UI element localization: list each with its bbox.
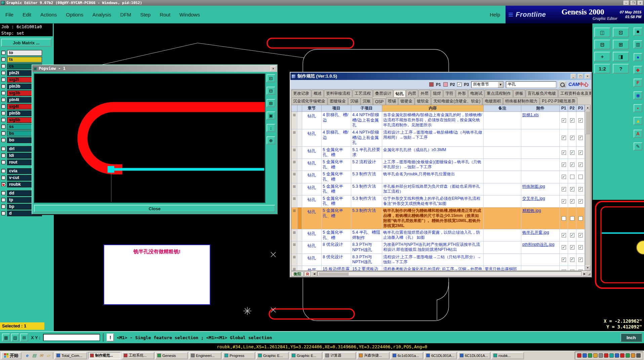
layer-visibility-checkbox[interactable] bbox=[1, 84, 5, 88]
p1-filter-checkbox[interactable] bbox=[429, 82, 434, 87]
p-checkbox[interactable]: ✓ bbox=[578, 163, 583, 167]
spec-tab[interactable]: 拼板 bbox=[513, 90, 525, 97]
attachment-link[interactable]: 铣半孔开窗.jpg bbox=[522, 230, 549, 235]
tray-icon[interactable] bbox=[604, 353, 608, 358]
dual-screen-icon[interactable]: ◨ bbox=[613, 52, 629, 61]
zoom-in-icon[interactable]: ⊞ bbox=[267, 99, 275, 107]
p3-filter-checkbox[interactable]: ✓ bbox=[457, 82, 461, 87]
p-checkbox[interactable]: ✓ bbox=[578, 199, 583, 204]
spec-close-button[interactable]: × bbox=[585, 74, 590, 79]
sheet-tab[interactable]: 衡阳 bbox=[291, 271, 304, 276]
attachment-link[interactable]: 交叉半孔.jpg bbox=[522, 196, 545, 201]
grid-icon[interactable]: ▥ bbox=[634, 40, 642, 48]
mail-icon[interactable]: ✉ bbox=[38, 353, 44, 359]
p-checkbox[interactable]: ✓ bbox=[570, 258, 574, 262]
help-button[interactable]: ? bbox=[613, 64, 629, 74]
layer-visibility-checkbox[interactable] bbox=[1, 118, 5, 122]
screen-add-icon[interactable]: ⊞ bbox=[613, 40, 629, 49]
p-checkbox[interactable]: ✓ bbox=[578, 233, 583, 237]
taskbar-task[interactable]: Engineeri... bbox=[189, 352, 222, 359]
job-matrix-button[interactable]: Job Matrix ... bbox=[1, 39, 51, 47]
row-expand-icon[interactable]: ⊞ bbox=[291, 195, 297, 208]
row-expand-icon[interactable]: ⊞ bbox=[291, 208, 297, 229]
layer-visibility-checkbox[interactable] bbox=[1, 51, 5, 55]
taskbar-task[interactable]: Progress bbox=[223, 352, 255, 359]
p-checkbox[interactable]: ✓ bbox=[562, 199, 566, 204]
tray-icon[interactable] bbox=[631, 353, 635, 358]
spec-tab[interactable]: 沉银 bbox=[361, 97, 373, 105]
row-expand-icon[interactable]: ⊞ bbox=[291, 229, 297, 241]
copy-view-icon[interactable]: ◫ bbox=[594, 28, 610, 37]
taskbar-task[interactable]: Total_Com... bbox=[54, 352, 87, 359]
blue-dot-icon[interactable]: ● bbox=[634, 53, 642, 61]
row-expand-icon[interactable]: ⊞ bbox=[291, 183, 297, 195]
column-header[interactable] bbox=[291, 105, 297, 112]
chevron-down-icon[interactable]: ▼ bbox=[498, 82, 503, 88]
p-checkbox[interactable]: ✓ bbox=[578, 136, 583, 140]
screen-previous-icon[interactable]: ⊟ bbox=[594, 40, 610, 49]
menu-step[interactable]: Step bbox=[140, 12, 151, 17]
layer-chip[interactable]: to bbox=[7, 50, 42, 56]
layer-visibility-checkbox[interactable] bbox=[1, 198, 5, 202]
ie-icon[interactable]: e bbox=[24, 353, 30, 359]
menu-help[interactable]: Help bbox=[490, 12, 500, 17]
p-checkbox[interactable]: ✓ bbox=[578, 118, 583, 123]
p-checkbox[interactable] bbox=[570, 175, 574, 179]
screen-icon[interactable]: ⊡ bbox=[613, 28, 629, 37]
layer-visibility-checkbox[interactable] bbox=[1, 131, 5, 135]
column-header[interactable]: 附件 bbox=[521, 105, 560, 112]
spec-maximize-button[interactable]: □ bbox=[578, 74, 583, 79]
folder-icon[interactable]: ▱ bbox=[45, 353, 51, 359]
tray-icon[interactable] bbox=[582, 353, 587, 358]
search-icon[interactable] bbox=[559, 81, 566, 88]
taskbar-task[interactable]: 6C1DL001A... bbox=[458, 352, 490, 359]
p-checkbox[interactable]: ✓ bbox=[562, 150, 566, 155]
taskbar-task[interactable]: 6C1DL001A... bbox=[424, 352, 457, 359]
row-expand-icon[interactable]: ⊞ bbox=[291, 254, 297, 266]
spec-tab[interactable]: 喷锡 bbox=[386, 97, 398, 105]
p-checkbox[interactable]: ✓ bbox=[570, 233, 574, 237]
spec-tab[interactable]: 镀硬金 bbox=[398, 97, 414, 105]
close-button[interactable]: × bbox=[638, 1, 643, 5]
taskbar-task[interactable]: 制作规范... bbox=[88, 352, 121, 359]
menu-options[interactable]: Options bbox=[66, 12, 83, 17]
menu-analysis[interactable]: Analysis bbox=[92, 12, 111, 17]
spec-tab[interactable]: 重点流程制作 bbox=[485, 90, 513, 97]
scrollbar-thumb[interactable] bbox=[586, 111, 590, 134]
origin-icon[interactable]: ⊞ bbox=[20, 333, 28, 342]
spec-tab[interactable]: 特殊板材制作能力 bbox=[503, 97, 539, 105]
p-checkbox[interactable]: ✓ bbox=[578, 258, 583, 262]
p2-filter-checkbox[interactable] bbox=[443, 82, 448, 87]
column-header[interactable]: 项目 bbox=[322, 105, 351, 112]
spec-tab[interactable]: OSP bbox=[373, 98, 386, 105]
spec-tab[interactable]: 概述 bbox=[312, 90, 324, 97]
layer-visibility-checkbox[interactable] bbox=[1, 91, 5, 95]
red-diamond-icon[interactable]: ◆ bbox=[634, 66, 642, 74]
layer-visibility-checkbox[interactable] bbox=[1, 71, 5, 75]
red-trace[interactable] bbox=[82, 107, 265, 170]
scroll-right-icon[interactable]: ▶ bbox=[582, 271, 587, 276]
spec-tab[interactable]: 电镀面积 bbox=[483, 97, 503, 105]
zoom-ratio-button[interactable]: 1:2 bbox=[594, 64, 610, 74]
popview-canvas[interactable] bbox=[34, 74, 266, 203]
p-checkbox[interactable] bbox=[570, 216, 574, 221]
spec-table-row[interactable]: ⊞ 钻孔 5 金属化半孔、槽 5.1 半孔孔径要求 金属化半孔孔径（成品孔）≥0… bbox=[291, 147, 585, 159]
layer-visibility-checkbox[interactable] bbox=[1, 176, 5, 180]
spec-table-row[interactable]: ⊞ 钻孔 5 金属化半孔、槽 5.3 制作方法 铣半孔制作的槽分为精铣槽和粗铣槽… bbox=[291, 208, 585, 229]
tray-icon[interactable] bbox=[620, 353, 625, 358]
column-header[interactable]: P1 bbox=[560, 105, 568, 112]
layer-visibility-checkbox[interactable] bbox=[1, 138, 5, 142]
layer-visibility-checkbox[interactable] bbox=[1, 191, 5, 195]
vertical-scrollbar[interactable]: ▲ ▼ bbox=[585, 105, 590, 270]
minimize-button[interactable]: – bbox=[623, 1, 629, 5]
p-checkbox[interactable]: ✓ bbox=[562, 175, 566, 179]
menu-windows[interactable]: Windows bbox=[179, 12, 200, 17]
column-header[interactable]: 备注 bbox=[484, 105, 521, 112]
spec-tab[interactable]: 资料审核流程 bbox=[324, 90, 352, 97]
spec-table-row[interactable]: ⊞ 钻孔 5 金属化半孔、槽 5.3 制作方法 半孔板外部分对应线路层为负片焊盘… bbox=[291, 183, 585, 195]
attachment-link[interactable]: 特殊附图.jpg bbox=[522, 184, 545, 189]
p-checkbox[interactable]: ✓ bbox=[578, 270, 583, 270]
tray-icon[interactable] bbox=[593, 353, 598, 358]
zoom-out-icon[interactable]: ⊟ bbox=[267, 87, 275, 95]
p-checkbox[interactable] bbox=[562, 216, 566, 221]
